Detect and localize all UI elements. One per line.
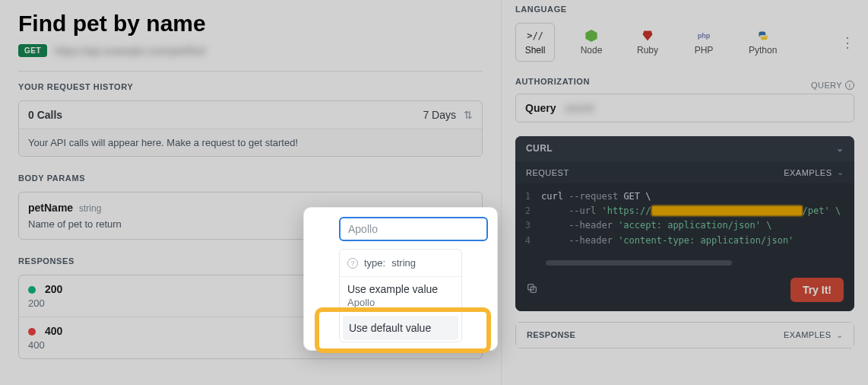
auth-type-hint: QUERY i [811,81,854,90]
response-code: 400 [45,325,62,337]
param-value-popover: ? type: string Use example value Apollo … [303,207,498,351]
status-dot-icon [28,328,36,336]
param-type: string [79,203,101,214]
history-range-selector[interactable]: 7 Days ⇅ [423,109,473,121]
lang-label: Python [749,45,777,56]
lang-label: Ruby [637,45,658,56]
chevron-down-icon: ⌄ [836,330,843,340]
auth-input-row[interactable]: Query secret [515,94,854,123]
response-block: RESPONSE EXAMPLES ⌄ [515,322,854,348]
history-empty-text: Your API calls will appear here. Make a … [19,129,482,156]
history-heading: YOUR REQUEST HISTORY [18,82,483,91]
language-tab-php[interactable]: php PHP [684,23,724,62]
copy-icon[interactable] [526,282,538,297]
lang-label: Node [581,45,603,56]
request-label: REQUEST [526,168,569,177]
shell-label: CURL [526,143,553,154]
http-method-badge: GET [18,44,47,57]
history-calls: 0 Calls [28,109,62,121]
more-languages-button[interactable]: ⋮ [841,36,854,49]
example-value: Apollo [340,297,461,311]
history-box: 0 Calls 7 Days ⇅ Your API calls will app… [18,100,483,157]
code-block: CURL ⌄ REQUEST EXAMPLES ⌄ 1curl --reques… [515,136,854,311]
param-name: petName [28,202,73,214]
try-it-button[interactable]: Try It! [790,278,844,302]
examples-button[interactable]: EXAMPLES ⌄ [784,167,844,177]
code-shell-selector[interactable]: CURL ⌄ [515,136,854,161]
language-selector: >// Shell Node Ruby php PHP [515,23,854,62]
authorization-heading: AUTHORIZATION [515,77,590,86]
response-heading: RESPONSE [527,330,575,339]
history-range-label: 7 Days [423,109,456,121]
lang-label: Shell [525,45,546,56]
svg-marker-0 [585,30,597,42]
endpoint-url: https://api.example.com/pet/find [55,45,205,57]
shell-icon: >// [528,29,542,43]
horizontal-scrollbar[interactable] [546,260,732,266]
page-title: Find pet by name [18,11,483,37]
language-heading: LANGUAGE [515,5,854,14]
auth-label: Query [525,102,556,114]
type-value: string [391,257,416,269]
use-default-option[interactable]: Use default value [343,316,458,340]
lang-label: PHP [695,45,714,56]
endpoint-row: GET https://api.example.com/pet/find [18,44,483,57]
divider [18,71,483,72]
auth-value: secret [565,102,594,114]
side-column: LANGUAGE >// Shell Node Ruby php PHP [502,0,868,385]
status-dot-icon [28,286,36,294]
param-value-input[interactable] [339,217,488,241]
python-icon [756,29,770,43]
node-icon [584,29,598,43]
help-icon: ? [347,258,358,269]
language-tab-python[interactable]: Python [740,23,785,62]
response-examples-button[interactable]: EXAMPLES ⌄ [784,330,843,340]
response-code: 200 [45,283,62,295]
ruby-icon [641,29,654,43]
info-icon[interactable]: i [845,81,854,90]
language-tab-shell[interactable]: >// Shell [515,23,555,62]
param-type-row: ? type: string [340,250,461,277]
chevron-down-icon: ⌄ [837,167,844,177]
php-icon: php [697,29,711,43]
code-snippet: 1curl --request GET \2 --url 'https://pe… [515,183,854,257]
language-tab-node[interactable]: Node [572,23,611,62]
body-params-heading: BODY PARAMS [18,173,483,183]
language-tab-ruby[interactable]: Ruby [628,23,667,62]
use-example-option[interactable]: Use example value [340,277,461,297]
svg-marker-1 [643,31,653,41]
type-key: type: [364,257,385,269]
chevron-down-icon: ⌄ [836,143,844,154]
sort-icon: ⇅ [464,110,473,120]
